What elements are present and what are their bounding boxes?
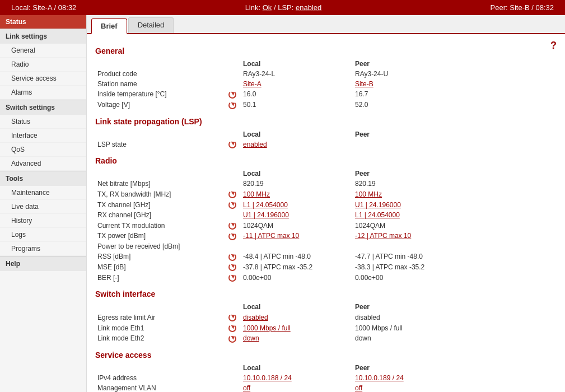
table-row: Voltage [V] 50.1 52.0	[95, 100, 557, 110]
station-peer-link[interactable]: Site-B	[355, 80, 373, 88]
section-service-title: Service access	[95, 351, 557, 360]
sidebar: StatusLink settingsGeneralRadioService a…	[0, 15, 87, 392]
refresh-icon[interactable]	[228, 314, 236, 321]
table-row: IPv4 address 10.10.0.188 / 24 10.10.0.18…	[95, 373, 557, 383]
link-info: Link: Ok / LSP: enabled	[245, 3, 322, 12]
table-row: MSE [dB] -37.8 | ATPC max -35.2 -38.3 | …	[95, 262, 557, 273]
bw-local-link[interactable]: 100 MHz	[243, 190, 270, 198]
sidebar-group-help: Help	[0, 256, 86, 271]
sidebar-item-general[interactable]: General	[0, 44, 86, 58]
tabs-bar: BriefDetailed	[87, 15, 565, 34]
table-row: RSS [dBm] -48.4 | ATPC min -48.0 -47.7 |…	[95, 251, 557, 262]
refresh-icon[interactable]	[228, 91, 236, 99]
tx-ch-peer-link[interactable]: U1 | 24.196000	[355, 201, 401, 209]
ipv4-local-link[interactable]: 10.10.0.188 / 24	[243, 374, 292, 382]
refresh-icon[interactable]	[228, 232, 236, 240]
sidebar-item-qos[interactable]: QoS	[0, 143, 86, 157]
refresh-icon[interactable]	[228, 201, 236, 209]
sidebar-item-maintenance[interactable]: Maintenance	[0, 186, 86, 200]
table-row: Product code RAy3-24-L RAy3-24-U	[95, 69, 557, 79]
table-row: Link mode Eth1 1000 Mbps / full 1000 Mbp…	[95, 323, 557, 333]
sidebar-item-live-data[interactable]: Live data	[0, 200, 86, 214]
refresh-icon[interactable]	[228, 141, 236, 148]
table-row: Current TX modulation 1024QAM1024QAM	[95, 220, 557, 231]
sidebar-item-advanced[interactable]: Advanced	[0, 157, 86, 171]
content-area: BriefDetailed ? General Local Peer Produ…	[87, 15, 565, 392]
sa-local-header: Local	[241, 363, 353, 373]
section-general-title: General	[95, 46, 557, 55]
sidebar-group-tools: Tools	[0, 171, 86, 186]
sidebar-item-programs[interactable]: Programs	[0, 242, 86, 256]
table-row: TX, RX bandwidth [MHz] 100 MHz 100 MHz	[95, 189, 557, 199]
radio-local-header: Local	[241, 169, 353, 179]
table-row: Inside temperature [°C] 16.0 16.7	[95, 89, 557, 100]
sidebar-group-switch-settings: Switch settings	[0, 100, 86, 115]
lsp-local-header: Local	[241, 129, 353, 139]
refresh-icon[interactable]	[228, 263, 236, 271]
sidebar-item-service-access[interactable]: Service access	[0, 72, 86, 86]
tab-brief[interactable]: Brief	[91, 18, 127, 34]
content-inner: ? General Local Peer Product code RAy3-2…	[87, 34, 565, 392]
refresh-icon[interactable]	[228, 274, 236, 282]
refresh-icon[interactable]	[228, 253, 236, 261]
table-row: Net bitrate [Mbps] 820.19820.19	[95, 179, 557, 189]
vlan-local-link[interactable]: off	[243, 384, 250, 392]
lsp-status[interactable]: enabled	[296, 3, 321, 12]
sidebar-group-link-settings: Link settings	[0, 29, 86, 44]
lsp-state-link[interactable]: enabled	[243, 141, 267, 148]
general-local-header: Local	[241, 59, 353, 69]
refresh-icon[interactable]	[228, 222, 236, 230]
radio-table: Local Peer Net bitrate [Mbps] 820.19820.…	[95, 169, 557, 283]
tx-power-peer-link[interactable]: -12 | ATPC max 10	[355, 232, 411, 240]
station-local-link[interactable]: Site-A	[243, 80, 262, 88]
lsp-table: Local Peer LSP state enabled	[95, 129, 557, 150]
sa-peer-header: Peer	[353, 363, 557, 373]
table-row: TX power [dBm] -11 | ATPC max 10 -12 | A…	[95, 231, 557, 241]
vlan-peer-link[interactable]: off	[355, 384, 362, 392]
egress-local-link[interactable]: disabled	[243, 314, 268, 321]
tx-power-local-link[interactable]: -11 | ATPC max 10	[243, 232, 299, 240]
table-row: Power to be received [dBm]	[95, 241, 557, 251]
refresh-icon[interactable]	[228, 190, 236, 198]
table-row: LSP state enabled	[95, 139, 557, 150]
sidebar-item-history[interactable]: History	[0, 214, 86, 228]
table-row: RX channel [GHz] U1 | 24.196000 L1 | 24.…	[95, 210, 557, 220]
help-icon[interactable]: ?	[550, 40, 557, 52]
refresh-icon[interactable]	[228, 324, 236, 332]
peer-info: Peer: Site-B / 08:32	[491, 3, 554, 12]
radio-peer-header: Peer	[353, 169, 557, 179]
sw-local-header: Local	[241, 302, 353, 312]
rx-ch-local-link[interactable]: U1 | 24.196000	[243, 211, 289, 219]
sw-peer-header: Peer	[353, 302, 557, 312]
eth2-local-link[interactable]: down	[243, 334, 259, 342]
table-row: Egress rate limit Air disabled disabled	[95, 312, 557, 323]
tx-ch-local-link[interactable]: L1 | 24.054000	[243, 201, 288, 209]
bw-peer-link[interactable]: 100 MHz	[355, 190, 382, 198]
section-lsp-title: Link state propagation (LSP)	[95, 117, 557, 126]
eth1-local-link[interactable]: 1000 Mbps / full	[243, 324, 291, 332]
sidebar-item-radio[interactable]: Radio	[0, 58, 86, 72]
tab-detailed[interactable]: Detailed	[128, 17, 174, 33]
section-radio-title: Radio	[95, 156, 557, 165]
general-table: Local Peer Product code RAy3-24-L RAy3-2…	[95, 59, 557, 110]
switch-table: Local Peer Egress rate limit Air disable…	[95, 302, 557, 343]
refresh-icon[interactable]	[228, 101, 236, 109]
sidebar-item-alarms[interactable]: Alarms	[0, 86, 86, 100]
section-switch-title: Switch interface	[95, 290, 557, 298]
sidebar-header-status: Status	[0, 15, 86, 29]
refresh-icon[interactable]	[228, 335, 236, 343]
sidebar-item-interface[interactable]: Interface	[0, 129, 86, 143]
table-row: Management VLAN off off	[95, 383, 557, 392]
table-row: Link mode Eth2 down down	[95, 333, 557, 344]
sidebar-item-logs[interactable]: Logs	[0, 228, 86, 242]
sidebar-item-status[interactable]: Status	[0, 115, 86, 129]
table-row: Station name Site-A Site-B	[95, 79, 557, 89]
general-peer-header: Peer	[353, 59, 557, 69]
top-bar: Local: Site-A / 08:32 Link: Ok / LSP: en…	[0, 0, 565, 15]
ipv4-peer-link[interactable]: 10.10.0.189 / 24	[355, 374, 404, 382]
lsp-peer-header: Peer	[353, 129, 557, 139]
local-info: Local: Site-A / 08:32	[11, 3, 76, 12]
table-row: BER [-] 0.00e+00 0.00e+00	[95, 272, 557, 283]
rx-ch-peer-link[interactable]: L1 | 24.054000	[355, 211, 400, 219]
link-ok[interactable]: Ok	[263, 3, 272, 12]
